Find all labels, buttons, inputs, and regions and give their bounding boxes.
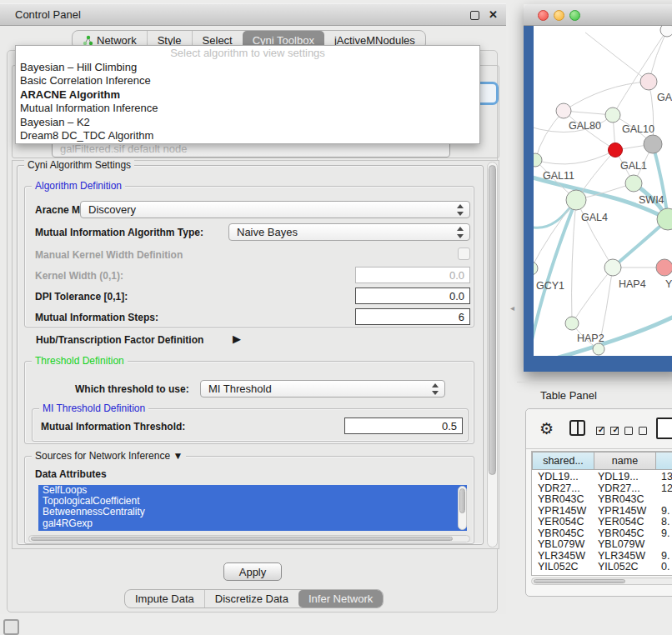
hub-definition-label[interactable]: Hub/Transcription Factor Definition [36, 334, 203, 346]
list-item[interactable]: gal4RGexp [38, 518, 467, 529]
manual-kernel-width-checkbox[interactable] [458, 248, 470, 260]
sources-collapse-arrow-icon[interactable]: ▼ [173, 450, 183, 462]
node-gal4[interactable] [566, 190, 586, 210]
dropdown-item[interactable]: Bayesian – Hill Climbing [16, 61, 479, 74]
table-row[interactable]: YLR345WYLR345W9. [532, 551, 672, 562]
data-attributes-label: Data Attributes [35, 468, 107, 480]
dropdown-item[interactable]: Basic Correlation Inference [16, 74, 479, 88]
columns-icon[interactable] [569, 420, 585, 436]
dropdown-placeholder: Select algorithm to view settings [16, 46, 479, 61]
node-label: HAP2 [577, 332, 604, 344]
settings-vertical-scrollbar[interactable] [487, 162, 498, 548]
dpi-tolerance-label: DPI Tolerance [0,1]: [35, 291, 128, 302]
table-row[interactable]: YBR043CYBR043C [532, 494, 672, 506]
mi-algorithm-type-combo[interactable]: Naive Bayes [228, 223, 470, 241]
node-gray[interactable] [644, 135, 662, 153]
node-cut-top[interactable] [660, 26, 672, 37]
node-cut-bottom[interactable] [593, 343, 604, 355]
column-header-name[interactable]: name [594, 452, 656, 470]
network-canvas[interactable]: GAL GAL80 GAL10 GAL1 GAL11 SWI4 GAL4 GCY… [534, 26, 672, 356]
network-window-titlebar[interactable] [524, 4, 672, 26]
tab-infer-network[interactable]: Infer Network [298, 590, 383, 608]
table-row[interactable]: YPR145WYPR145W9. [532, 506, 672, 518]
hub-expand-arrow-icon[interactable]: ▶ [233, 332, 241, 345]
node-y-cut[interactable] [656, 259, 672, 276]
close-panel-icon[interactable]: ✕ [489, 8, 498, 21]
dropdown-item[interactable]: Bayesian – K2 [16, 116, 479, 129]
threshold-definition-group: Threshold Definition Which threshold to … [24, 361, 474, 444]
list-scrollbar-thumb[interactable] [459, 488, 465, 513]
dropdown-item[interactable]: Dream8 DC_TDC Algorithm [16, 129, 479, 142]
sources-group: Sources for Network Inference ▼ Data Att… [24, 456, 474, 544]
window-zoom-button[interactable] [569, 10, 580, 21]
tab-discretize-data[interactable]: Discretize Data [204, 590, 298, 608]
cyni-algorithm-settings-group: Cyni Algorithm Settings Algorithm Defini… [17, 165, 484, 545]
network-view-window: GAL GAL80 GAL10 GAL1 GAL11 SWI4 GAL4 GCY… [524, 4, 672, 372]
bottom-tabbar: Impute Data Discretize Data Infer Networ… [124, 589, 384, 608]
node-label: GAL [657, 92, 672, 103]
aracne-mode-combo[interactable]: Discovery [80, 201, 470, 218]
table-row[interactable]: YER054CYER054C8. [532, 517, 672, 528]
table-row[interactable]: YBL079WYBL079W [532, 539, 672, 551]
node-hap2[interactable] [565, 317, 579, 330]
node-label: GAL11 [543, 170, 574, 182]
column-header-shared-name[interactable]: shared... [532, 452, 594, 470]
dropdown-item-selected[interactable]: ARACNE Algorithm [16, 88, 479, 102]
table-row[interactable]: YBR045CYBR045C9. [532, 528, 672, 540]
node-gal2[interactable] [640, 73, 657, 90]
list-horizontal-scrollbar[interactable] [28, 535, 470, 542]
node-hap4[interactable] [604, 259, 621, 276]
node-label: GCY1 [536, 280, 564, 292]
collapsed-panel-button[interactable] [3, 619, 19, 635]
threshold-definition-title: Threshold Definition [32, 355, 128, 367]
deselect-all-icon[interactable] [624, 423, 647, 438]
dropdown-item[interactable]: Mutual Information Inference [16, 102, 479, 115]
window-close-button[interactable] [538, 10, 549, 21]
list-item[interactable]: BetweennessCentrality [38, 507, 467, 518]
node-swi4[interactable] [625, 175, 642, 192]
splitpane-collapse-arrow-icon[interactable]: ◂ [510, 303, 514, 312]
tab-impute-data[interactable]: Impute Data [125, 590, 204, 608]
node-gal80[interactable] [556, 103, 571, 118]
dpi-tolerance-input[interactable]: 0.0 [355, 288, 470, 304]
manual-kernel-width-label: Manual Kernel Width Definition [35, 249, 183, 261]
node-label: GAL4 [581, 212, 608, 223]
node-label: GAL1 [620, 160, 647, 172]
combo-spinner-icon [431, 383, 439, 395]
list-hscrollbar-thumb[interactable] [31, 537, 453, 541]
application-window: Control Panel ✕ Network Style Select Cyn… [0, 0, 672, 635]
control-panel-titlebar: Control Panel ✕ [0, 3, 506, 26]
mi-algorithm-type-label: Mutual Information Algorithm Type: [35, 227, 203, 238]
table-row[interactable]: YDL19...YDL19...13 [532, 472, 672, 483]
float-panel-icon[interactable] [470, 11, 479, 20]
select-all-icon[interactable]: ✓ ✓ [596, 423, 619, 438]
mi-threshold-label: Mutual Information Threshold: [41, 421, 185, 432]
apply-button[interactable]: Apply [223, 562, 282, 581]
network-icon [83, 35, 93, 46]
node-gal1-selected[interactable] [609, 143, 623, 158]
table-panel: ⚙ ✓ ✓ shared... name YDL19...YDL19...13 … [525, 408, 672, 597]
node-gal10[interactable] [605, 108, 620, 122]
gear-icon[interactable]: ⚙ [539, 419, 554, 438]
table-row[interactable]: YDR27...YDR27...12 [532, 483, 672, 495]
list-vertical-scrollbar[interactable] [458, 486, 467, 530]
table-horizontal-scrollbar[interactable] [531, 578, 672, 585]
node-label: SWI4 [639, 194, 664, 206]
node-label: Y [665, 278, 672, 290]
node-gcy1[interactable] [534, 262, 538, 275]
window-minimize-button[interactable] [554, 10, 564, 21]
settings-scrollbar-thumb[interactable] [489, 165, 496, 475]
table-hscrollbar-thumb[interactable] [534, 579, 625, 583]
table-body: YDL19...YDL19...13 YDR27...YDR27...12 YB… [532, 470, 672, 575]
mi-steps-input[interactable]: 6 [355, 308, 470, 325]
kernel-width-input[interactable]: 0.0 [355, 267, 470, 283]
table-row[interactable]: YIL052CYIL052C0. [532, 562, 672, 573]
node-gal11[interactable] [534, 153, 542, 167]
node-label: GAL10 [622, 123, 654, 135]
combo-spinner-icon [456, 204, 464, 216]
new-table-icon[interactable] [656, 418, 672, 439]
mi-threshold-input[interactable]: 0.5 [344, 418, 463, 434]
which-threshold-combo[interactable]: MI Threshold [200, 380, 445, 398]
node-label: HAP4 [619, 278, 646, 290]
column-header-cut[interactable] [656, 452, 672, 470]
